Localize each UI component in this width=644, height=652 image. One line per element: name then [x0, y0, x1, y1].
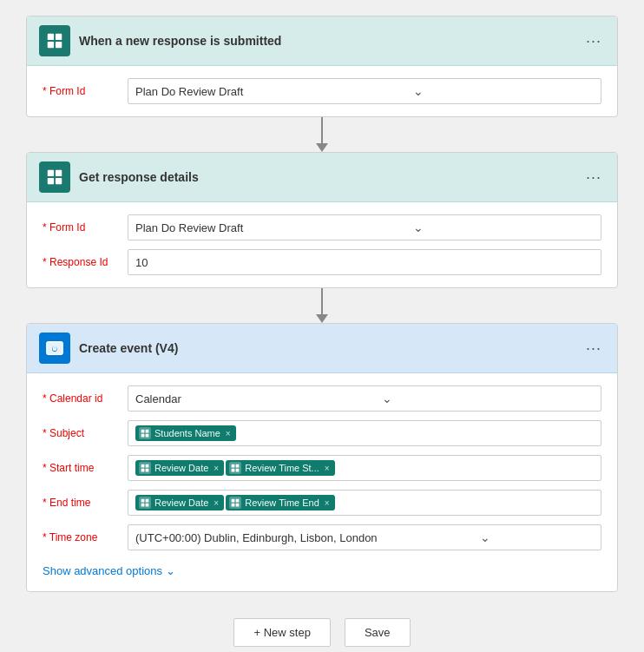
svg-rect-6: [48, 178, 54, 184]
svg-rect-24: [236, 469, 240, 472]
card-event-title: Create event (V4): [79, 341, 574, 355]
card-response-menu[interactable]: ···: [582, 166, 605, 188]
token-label-review-date-start: Review Date: [154, 463, 208, 473]
card-create-event: O o Create event (V4) ··· Calendar id Ca…: [26, 323, 618, 592]
field-row-calendar-id: Calendar id Calendar ⌄: [43, 385, 601, 412]
svg-rect-0: [48, 34, 54, 40]
svg-rect-26: [146, 499, 149, 503]
svg-text:o: o: [52, 344, 57, 352]
svg-rect-16: [146, 434, 149, 438]
token-label-review-date-end: Review Date: [154, 497, 208, 508]
field-input-calendar-id[interactable]: Calendar ⌄: [128, 385, 601, 412]
svg-rect-3: [56, 42, 62, 48]
token-icon-review-time-start: [229, 462, 241, 474]
field-row-form-id-2: Form Id Plan Do Review Draft ⌄: [43, 214, 601, 240]
field-input-start-time[interactable]: Review Date × Review Time St... ×: [128, 455, 601, 481]
token-label-review-time-start: Review Time St...: [245, 463, 319, 473]
field-label-form-id-2: Form Id: [43, 221, 121, 234]
field-value-calendar-id: Calendar: [135, 392, 181, 405]
token-icon-review-date-start: [139, 462, 151, 474]
field-input-form-id-2[interactable]: Plan Do Review Draft ⌄: [128, 214, 601, 240]
field-label-start-time: Start time: [43, 462, 121, 474]
svg-rect-23: [232, 469, 235, 472]
token-label-review-time-end: Review Time End: [245, 497, 319, 508]
svg-rect-5: [56, 170, 62, 176]
token-icon-students: [139, 427, 151, 439]
card-response-header: Get response details ···: [27, 153, 617, 202]
svg-rect-21: [232, 464, 235, 468]
response-icon: [39, 161, 70, 193]
field-label-calendar-id: Calendar id: [43, 392, 121, 405]
card-trigger-menu[interactable]: ···: [582, 30, 605, 52]
dropdown-arrow-calendar: ⌄: [382, 392, 392, 405]
svg-rect-30: [236, 499, 240, 503]
token-remove-review-date-start[interactable]: ×: [214, 464, 219, 473]
connector-arrow-2: [316, 314, 328, 323]
svg-rect-22: [236, 464, 240, 468]
connector-line-1: [321, 117, 323, 143]
token-icon-review-date-end: [139, 497, 151, 509]
field-row-timezone: Time zone (UTC+00:00) Dublin, Edinburgh,…: [43, 524, 601, 550]
card-response-body: Form Id Plan Do Review Draft ⌄ Response …: [27, 202, 617, 287]
field-value-response-id: 10: [135, 256, 148, 269]
token-students-name: Students Name ×: [135, 425, 236, 441]
connector-2: [316, 288, 328, 323]
field-label-form-id-1: Form Id: [43, 85, 121, 97]
svg-rect-2: [48, 42, 54, 48]
token-remove-review-time-end[interactable]: ×: [325, 498, 330, 508]
svg-rect-14: [146, 430, 149, 433]
save-button[interactable]: Save: [345, 618, 411, 647]
svg-rect-32: [236, 504, 240, 507]
svg-rect-19: [141, 469, 145, 472]
advanced-options-chevron: ⌄: [166, 564, 175, 577]
token-remove-students[interactable]: ×: [226, 429, 231, 438]
svg-rect-15: [141, 434, 145, 438]
card-event-menu[interactable]: ···: [582, 337, 605, 359]
token-review-date-start: Review Date ×: [135, 460, 224, 476]
svg-rect-28: [146, 504, 149, 507]
bottom-bar: + New step Save: [233, 618, 410, 647]
new-step-button[interactable]: + New step: [233, 618, 330, 647]
field-value-timezone: (UTC+00:00) Dublin, Edinburgh, Lisbon, L…: [135, 531, 378, 544]
field-label-timezone: Time zone: [43, 531, 121, 543]
svg-rect-31: [232, 504, 235, 507]
field-label-response-id: Response Id: [43, 256, 121, 268]
dropdown-arrow-timezone: ⌄: [480, 530, 490, 544]
trigger-icon: [39, 25, 70, 56]
token-review-date-end: Review Date ×: [135, 495, 224, 510]
svg-rect-27: [141, 504, 145, 507]
connector-arrow-1: [316, 143, 328, 152]
field-value-form-id-2: Plan Do Review Draft: [135, 221, 243, 234]
card-response-details: Get response details ··· Form Id Plan Do…: [26, 152, 618, 288]
advanced-options-label: Show advanced options: [43, 564, 162, 577]
card-event-body: Calendar id Calendar ⌄ Subject Students …: [27, 373, 617, 591]
field-input-form-id-1[interactable]: Plan Do Review Draft ⌄: [128, 78, 601, 104]
token-remove-review-time-start[interactable]: ×: [325, 464, 330, 473]
card-trigger-title: When a new response is submitted: [79, 34, 574, 48]
dropdown-arrow-1: ⌄: [413, 84, 424, 98]
field-row-subject: Subject Students Name ×: [43, 420, 601, 446]
field-input-timezone[interactable]: (UTC+00:00) Dublin, Edinburgh, Lisbon, L…: [128, 524, 601, 550]
field-value-form-id-1: Plan Do Review Draft: [135, 85, 243, 98]
field-input-response-id[interactable]: 10: [128, 249, 601, 275]
flow-container: When a new response is submitted ··· For…: [26, 16, 618, 592]
svg-rect-1: [56, 34, 62, 40]
event-icon: O o: [39, 333, 70, 364]
field-row-response-id: Response Id 10: [43, 249, 601, 275]
show-advanced-options[interactable]: Show advanced options ⌄: [43, 559, 601, 579]
connector-1: [316, 117, 328, 152]
card-trigger-header: When a new response is submitted ···: [27, 16, 617, 66]
svg-rect-13: [141, 430, 145, 433]
card-trigger: When a new response is submitted ··· For…: [26, 16, 618, 117]
field-label-subject: Subject: [43, 427, 121, 439]
field-label-end-time: End time: [43, 497, 121, 509]
token-remove-review-date-end[interactable]: ×: [214, 498, 219, 508]
field-input-subject[interactable]: Students Name ×: [128, 420, 601, 446]
token-review-time-start: Review Time St... ×: [226, 460, 334, 476]
svg-rect-25: [141, 499, 145, 503]
token-label-students: Students Name: [154, 428, 220, 438]
field-row-form-id-1: Form Id Plan Do Review Draft ⌄: [43, 78, 601, 104]
svg-rect-17: [141, 464, 145, 468]
field-input-end-time[interactable]: Review Date × Review Time End ×: [128, 490, 601, 516]
svg-rect-4: [48, 170, 54, 176]
